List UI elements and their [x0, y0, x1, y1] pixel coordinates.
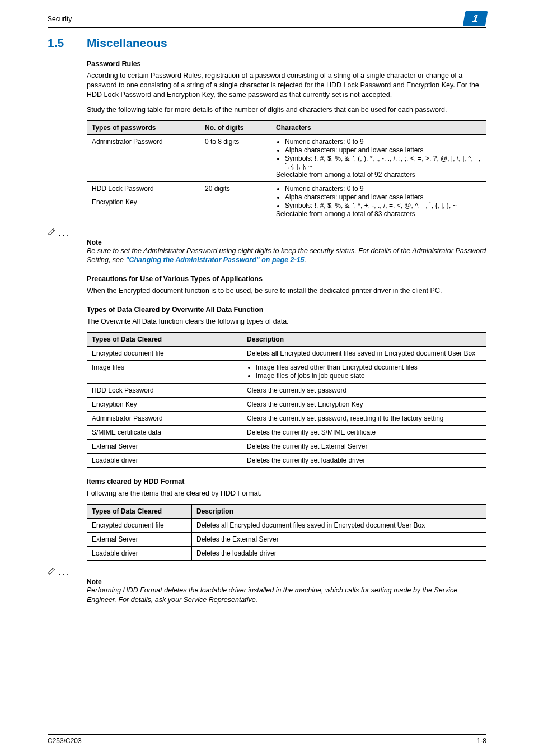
table-row: Loadable driver Deletes the loadable dri…	[87, 546, 486, 560]
hdd-format-table: Types of Data Cleared Description Encryp…	[87, 504, 486, 561]
section-title: Miscellaneous	[87, 36, 167, 50]
cell: Encryption Key	[87, 398, 242, 412]
cell: HDD Lock Password	[87, 384, 242, 398]
note-text: Be sure to set the Administrator Passwor…	[87, 246, 486, 265]
cell: Deletes the External Server	[192, 532, 486, 546]
note-ellipsis: . . .	[59, 230, 68, 237]
table-row: Encrypted document file Deletes all Encr…	[87, 518, 486, 532]
cell-digits: 0 to 8 digits	[200, 134, 271, 181]
footer-left: C253/C203	[48, 737, 82, 745]
note-label: Note	[87, 578, 486, 586]
note-block: . . . Note Be sure to set the Administra…	[48, 227, 486, 265]
cell: Deletes the currently set loadable drive…	[242, 454, 486, 468]
table-row: Image files Image files saved other than…	[87, 361, 486, 384]
hdd-format-p: Following are the items that are cleared…	[87, 489, 486, 498]
table-row: Loadable driver Deletes the currently se…	[87, 454, 486, 468]
table-header-row: Types of Data Cleared Description	[87, 333, 486, 347]
table-row: Encrypted document file Deletes all Encr…	[87, 347, 486, 361]
table-header-row: Types of passwords No. of digits Charact…	[87, 120, 486, 134]
overwrite-p: The Overwrite All Data function clears t…	[87, 317, 486, 326]
col-digits: No. of digits	[200, 120, 271, 134]
table-row: External Server Deletes the External Ser…	[87, 532, 486, 546]
table-row: Encryption Key Clears the currently set …	[87, 398, 486, 412]
overwrite-heading: Types of Data Cleared by Overwrite All D…	[87, 306, 486, 314]
table-row: S/MIME certificate data Deletes the curr…	[87, 426, 486, 440]
cell: Image files	[87, 361, 242, 384]
page-footer: C253/C203 1-8	[48, 734, 486, 745]
chars-trailer: Selectable from among a total of 92 char…	[276, 171, 415, 179]
hdd-format-heading: Items cleared by HDD Format	[87, 478, 486, 486]
note-ellipsis: . . .	[59, 569, 68, 577]
list-item: Alpha characters: upper and lower case l…	[285, 193, 481, 201]
cell: Loadable driver	[87, 454, 242, 468]
cell-type-b: Encryption Key	[92, 198, 195, 206]
table-row: HDD Lock Password Clears the currently s…	[87, 384, 486, 398]
list-item: Symbols: !, #, $, %, &, ', (, ), *, ,, -…	[285, 155, 481, 170]
cell-chars: Numeric characters: 0 to 9 Alpha charact…	[271, 181, 486, 221]
chapter-badge: 1	[463, 11, 488, 26]
table-row: Administrator Password 0 to 8 digits Num…	[87, 134, 486, 181]
password-rules-table: Types of passwords No. of digits Charact…	[87, 120, 486, 221]
col-desc: Description	[192, 504, 486, 518]
cell: Administrator Password	[87, 412, 242, 426]
password-rules-p2: Study the following table for more detai…	[87, 105, 486, 115]
cell: Image files saved other than Encrypted d…	[242, 361, 486, 384]
cell: Deletes all Encrypted document files sav…	[192, 518, 486, 532]
col-type: Types of Data Cleared	[87, 504, 192, 518]
list-item: Image files of jobs in job queue state	[256, 372, 481, 380]
section-number: 1.5	[48, 36, 87, 50]
col-desc: Description	[242, 333, 486, 347]
cell: Deletes all Encrypted document files sav…	[242, 347, 486, 361]
cell: Encrypted document file	[87, 518, 192, 532]
list-item: Image files saved other than Encrypted d…	[256, 363, 481, 371]
cell: External Server	[87, 532, 192, 546]
table-row: Administrator Password Clears the curren…	[87, 412, 486, 426]
header-section-label: Security	[48, 15, 72, 23]
section-heading: 1.5 Miscellaneous	[48, 36, 486, 50]
precautions-p: When the Encrypted document function is …	[87, 286, 486, 296]
note-icon	[48, 566, 57, 575]
cell-type-multi: HDD Lock Password Encryption Key	[87, 181, 200, 221]
cell: Clears the currently set password	[242, 384, 486, 398]
cell-type-a: HDD Lock Password	[92, 185, 195, 193]
table-header-row: Types of Data Cleared Description	[87, 504, 486, 518]
cell: Clears the currently set password, reset…	[242, 412, 486, 426]
precautions-heading: Precautions for Use of Various Types of …	[87, 275, 486, 283]
cell: Clears the currently set Encryption Key	[242, 398, 486, 412]
cell: Deletes the currently set External Serve…	[242, 440, 486, 454]
cell-type: Administrator Password	[87, 134, 200, 181]
list-item: Numeric characters: 0 to 9	[285, 138, 481, 146]
list-item: Alpha characters: upper and lower case l…	[285, 146, 481, 154]
note-text-b: .	[305, 256, 306, 264]
note-label: Note	[87, 239, 486, 246]
list-item: Symbols: !, #, $, %, &, ', *, +, -, ., /…	[285, 202, 481, 209]
col-type: Types of Data Cleared	[87, 333, 242, 347]
password-rules-heading: Password Rules	[87, 60, 486, 68]
note-link[interactable]: "Changing the Administrator Password" on…	[126, 256, 305, 264]
cell-digits: 20 digits	[200, 181, 271, 221]
cell: Loadable driver	[87, 546, 192, 560]
cell: External Server	[87, 440, 242, 454]
cell: Encrypted document file	[87, 347, 242, 361]
overwrite-table: Types of Data Cleared Description Encryp…	[87, 332, 486, 468]
cell-chars: Numeric characters: 0 to 9 Alpha charact…	[271, 134, 486, 181]
note-icon	[48, 227, 57, 236]
chars-trailer: Selectable from among a total of 83 char…	[276, 210, 415, 218]
note-block: . . . Note Performing HDD Format deletes…	[48, 566, 486, 605]
cell: Deletes the loadable driver	[192, 546, 486, 560]
table-row: External Server Deletes the currently se…	[87, 440, 486, 454]
col-characters: Characters	[271, 120, 486, 134]
table-row: HDD Lock Password Encryption Key 20 digi…	[87, 181, 486, 221]
cell: Deletes the currently set S/MIME certifi…	[242, 426, 486, 440]
password-rules-p1: According to certain Password Rules, reg…	[87, 71, 486, 100]
page-header: Security 1	[48, 11, 486, 28]
list-item: Numeric characters: 0 to 9	[285, 185, 481, 193]
footer-right: 1-8	[477, 737, 486, 745]
cell: S/MIME certificate data	[87, 426, 242, 440]
note-text: Performing HDD Format deletes the loadab…	[87, 586, 486, 605]
col-types: Types of passwords	[87, 120, 200, 134]
